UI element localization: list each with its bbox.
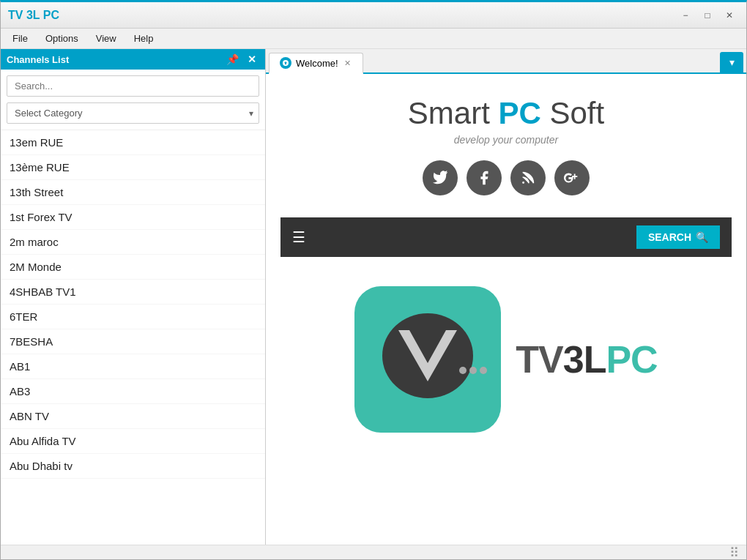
channel-item[interactable]: 13th Street xyxy=(1,180,265,205)
window-controls: − □ ✕ xyxy=(676,8,739,23)
twitter-icon[interactable] xyxy=(423,160,458,195)
app-logo-icon xyxy=(354,286,501,433)
hamburger-icon[interactable]: ☰ xyxy=(292,228,305,246)
sidebar-close-icon[interactable]: ✕ xyxy=(245,53,259,65)
tab-icon xyxy=(280,57,291,69)
channel-item[interactable]: 4SHBAB TV1 xyxy=(1,280,265,305)
category-select-wrapper: Select Category ▾ xyxy=(7,102,259,124)
window-title: TV 3L PC xyxy=(8,9,676,22)
tab-bar-dropdown[interactable]: ▾ xyxy=(720,52,743,72)
search-input[interactable] xyxy=(7,76,259,96)
channel-item[interactable]: 2M Monde xyxy=(1,255,265,280)
channel-item[interactable]: Abu Dhabi tv xyxy=(1,454,265,479)
tab-bar: Welcome! ✕ ▾ xyxy=(266,49,746,74)
channel-item[interactable]: AB3 xyxy=(1,379,265,404)
status-bar: ⠿ xyxy=(1,545,746,559)
svg-point-4 xyxy=(382,313,473,398)
app-logo-area: TV3LPC xyxy=(280,272,732,447)
svg-point-8 xyxy=(480,367,487,374)
web-view: Smart PC Soft develop your computer xyxy=(266,74,746,545)
category-select[interactable]: Select Category xyxy=(7,102,259,124)
search-icon: 🔍 xyxy=(696,231,708,243)
sidebar-header: Channels List 📌 ✕ xyxy=(1,49,265,70)
menu-options[interactable]: Options xyxy=(38,30,86,47)
menu-view[interactable]: View xyxy=(89,30,124,47)
main-window: TV 3L PC − □ ✕ File Options View Help Ch… xyxy=(0,0,747,560)
search-button[interactable]: SEARCH 🔍 xyxy=(636,225,720,249)
search-label: SEARCH xyxy=(648,231,691,243)
googleplus-icon[interactable] xyxy=(554,160,590,195)
channel-item[interactable]: 2m maroc xyxy=(1,230,265,255)
tab-close-icon[interactable]: ✕ xyxy=(343,59,352,68)
svg-point-6 xyxy=(459,367,467,374)
sidebar-icons: 📌 ✕ xyxy=(223,53,259,65)
channel-item[interactable]: 6TER xyxy=(1,305,265,329)
tab-welcome-label: Welcome! xyxy=(296,58,338,69)
menu-file[interactable]: File xyxy=(5,30,35,47)
status-dots: ⠿ xyxy=(729,545,740,561)
svg-point-2 xyxy=(522,182,524,184)
channel-item[interactable]: AB1 xyxy=(1,354,265,379)
tab-welcome[interactable]: Welcome! ✕ xyxy=(269,53,363,74)
smart-pc-highlight: PC xyxy=(498,96,540,130)
minimize-button[interactable]: − xyxy=(676,8,695,23)
welcome-content: Smart PC Soft develop your computer xyxy=(266,74,746,469)
menu-help[interactable]: Help xyxy=(127,30,161,47)
main-area: Channels List 📌 ✕ Select Category ▾ 13em… xyxy=(1,49,746,545)
nav-bar: ☰ SEARCH 🔍 xyxy=(280,217,732,257)
pin-icon[interactable]: 📌 xyxy=(223,53,242,65)
channel-item[interactable]: 13ème RUE xyxy=(1,155,265,180)
channel-item[interactable]: 1st Forex TV xyxy=(1,205,265,230)
close-button[interactable]: ✕ xyxy=(720,8,739,23)
smart-pc-title: Smart PC Soft xyxy=(280,96,732,131)
channel-item[interactable]: 13em RUE xyxy=(1,130,265,155)
channel-item[interactable]: 7BESHA xyxy=(1,329,265,354)
svg-point-7 xyxy=(469,367,477,374)
sidebar: Channels List 📌 ✕ Select Category ▾ 13em… xyxy=(1,49,266,545)
title-bar: TV 3L PC − □ ✕ xyxy=(1,2,746,29)
rss-icon[interactable] xyxy=(510,160,546,195)
sidebar-title: Channels List xyxy=(7,54,223,65)
smart-pc-subtitle: develop your computer xyxy=(280,134,732,146)
menu-bar: File Options View Help xyxy=(1,29,746,49)
channel-item[interactable]: ABN TV xyxy=(1,404,265,429)
search-box xyxy=(7,75,259,97)
facebook-icon[interactable] xyxy=(467,160,502,195)
maximize-button[interactable]: □ xyxy=(698,8,717,23)
channel-list: 13em RUE13ème RUE13th Street1st Forex TV… xyxy=(1,130,265,545)
app-logo-text: TV3LPC xyxy=(516,337,657,381)
content-area: Welcome! ✕ ▾ Smart PC Soft develop your … xyxy=(266,49,746,545)
social-icons xyxy=(280,160,732,195)
channel-item[interactable]: Abu Alfida TV xyxy=(1,429,265,454)
